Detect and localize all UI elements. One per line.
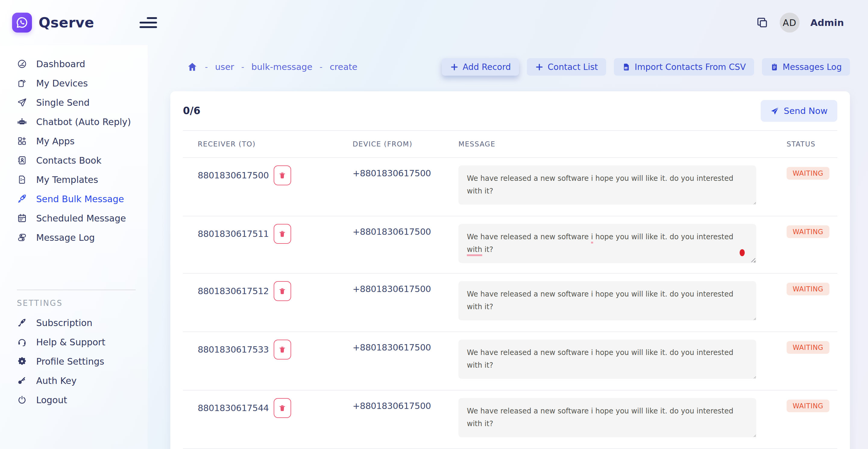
clipboard-icon (770, 63, 779, 71)
status-cell: WAITING (767, 224, 837, 238)
add-record-button[interactable]: Add Record (442, 58, 519, 76)
message-textarea[interactable] (458, 340, 756, 379)
sidebar-item-subscription[interactable]: Subscription (17, 313, 148, 332)
sidebar-item-send-bulk-message[interactable]: Send Bulk Message (17, 189, 148, 209)
delete-row-button[interactable] (274, 165, 291, 185)
spellcheck-underline: with (467, 245, 482, 256)
sidebar-item-my-templates[interactable]: My Templates (17, 170, 148, 189)
sidebar-item-my-apps[interactable]: My Apps (17, 131, 148, 151)
device-number: +8801830617500 (352, 227, 431, 237)
breadcrumb-link-bulk-message[interactable]: bulk-message (251, 62, 312, 72)
import-contacts-from-csv-button[interactable]: csvImport Contacts From CSV (614, 58, 754, 76)
sidebar-toggle-button[interactable] (140, 13, 162, 32)
contacts-icon (17, 155, 27, 165)
resize-grip-icon[interactable] (750, 257, 755, 262)
trash-icon (278, 287, 286, 295)
sidebar-item-auth-key[interactable]: Auth Key (17, 371, 148, 390)
spellcheck-underline: i (591, 233, 593, 244)
sidebar-item-label: Send Bulk Message (36, 194, 124, 204)
sidebar-item-label: Scheduled Message (36, 213, 126, 224)
contact-list-button[interactable]: Contact List (527, 58, 606, 76)
sidebar-item-logout[interactable]: Logout (17, 390, 148, 410)
sidebar-item-chatbot-auto-reply[interactable]: Chatbot (Auto Reply) (17, 112, 148, 131)
status-badge: WAITING (786, 341, 830, 354)
sidebar-item-profile-settings[interactable]: Profile Settings (17, 352, 148, 371)
home-icon[interactable] (187, 62, 198, 72)
receiver-cell: 8801830617544 (183, 398, 352, 418)
status-badge: WAITING (786, 225, 830, 238)
receiver-number: 8801830617511 (198, 229, 269, 239)
message-textarea[interactable] (458, 281, 756, 320)
message-textarea[interactable] (458, 398, 756, 437)
sidebar-item-label: Auth Key (36, 376, 76, 386)
svg-text:csv: csv (625, 67, 628, 69)
main-content: -user-bulk-message-create Add RecordCont… (148, 45, 868, 449)
messages-log-button[interactable]: Messages Log (762, 58, 850, 76)
breadcrumb-link-user[interactable]: user (215, 62, 234, 72)
device-cell: +8801830617500 (352, 281, 458, 294)
receiver-cell: 8801830617512 (183, 281, 352, 301)
sidebar-item-label: My Apps (36, 136, 74, 147)
avatar[interactable]: AD (780, 13, 800, 33)
hamburger-line (147, 17, 157, 19)
csv-icon: csv (622, 63, 631, 71)
trash-icon (278, 346, 286, 354)
column-header-receiver-to: RECEIVER (TO) (183, 140, 352, 148)
breadcrumb: -user-bulk-message-create (187, 62, 358, 72)
templates-icon (17, 174, 27, 185)
sidebar-item-dashboard[interactable]: Dashboard (17, 54, 148, 73)
paperplane-icon (770, 106, 779, 116)
sidebar-item-help-support[interactable]: Help & Support (17, 332, 148, 352)
sidebar-item-label: Dashboard (36, 59, 85, 69)
dashboard-icon (17, 59, 27, 69)
breadcrumb-link-create[interactable]: create (330, 62, 358, 72)
trash-icon (278, 404, 286, 412)
action-bar: Add RecordContact ListcsvImport Contacts… (442, 58, 850, 76)
sidebar-item-my-devices[interactable]: My Devices (17, 73, 148, 93)
button-label: Import Contacts From CSV (635, 62, 746, 72)
app-logo (12, 13, 32, 33)
device-number: +8801830617500 (352, 284, 431, 294)
delete-row-button[interactable] (274, 281, 291, 301)
table-row: 8801830617544 +8801830617500 WAITING (183, 390, 837, 449)
message-textarea[interactable] (458, 165, 756, 204)
subscription-icon (17, 318, 27, 328)
hamburger-line (140, 22, 157, 24)
sidebar-item-contacts-book[interactable]: Contacts Book (17, 151, 148, 170)
breadcrumb-row: -user-bulk-message-create Add RecordCont… (148, 45, 868, 89)
receiver-number: 8801830617533 (198, 345, 269, 355)
column-header-device-from: DEVICE (FROM) (352, 140, 458, 148)
delete-row-button[interactable] (274, 340, 291, 359)
grammar-indicator-dot (740, 249, 745, 256)
device-cell: +8801830617500 (352, 165, 458, 179)
plus-icon (450, 63, 459, 71)
breadcrumb-separator: - (319, 62, 322, 71)
table-row: 8801830617511 +8801830617500 We have rel… (183, 216, 837, 274)
message-cell (458, 281, 767, 322)
send-icon (17, 97, 27, 107)
sidebar-item-message-log[interactable]: Message Log (17, 228, 148, 247)
copy-icon[interactable] (755, 16, 769, 29)
message-cell (458, 398, 767, 439)
table-body: 8801830617500 +8801830617500 WAITING 880… (183, 158, 837, 449)
sidebar-nav-settings: SubscriptionHelp & SupportProfile Settin… (17, 313, 148, 410)
sidebar-item-scheduled-message[interactable]: Scheduled Message (17, 209, 148, 228)
sidebar-item-label: Single Send (36, 97, 90, 108)
receiver-number: 8801830617500 (198, 170, 269, 181)
sidebar-item-label: Subscription (36, 318, 92, 328)
message-textarea[interactable]: We have released a new software i hope y… (458, 224, 756, 263)
delete-row-button[interactable] (274, 224, 291, 244)
plus-icon (535, 63, 544, 71)
receiver-cell: 8801830617511 (183, 224, 352, 244)
calendar-icon (17, 213, 27, 223)
topbar: Qserve AD Admin (0, 0, 868, 45)
delete-row-button[interactable] (274, 398, 291, 418)
status-badge: WAITING (786, 283, 830, 295)
rocket-icon (17, 194, 27, 204)
send-now-button[interactable]: Send Now (761, 100, 837, 122)
button-label: Messages Log (783, 62, 842, 72)
status-badge: WAITING (786, 167, 830, 180)
receiver-number: 8801830617544 (198, 403, 269, 413)
sidebar-item-single-send[interactable]: Single Send (17, 93, 148, 112)
gear-icon (17, 356, 27, 366)
